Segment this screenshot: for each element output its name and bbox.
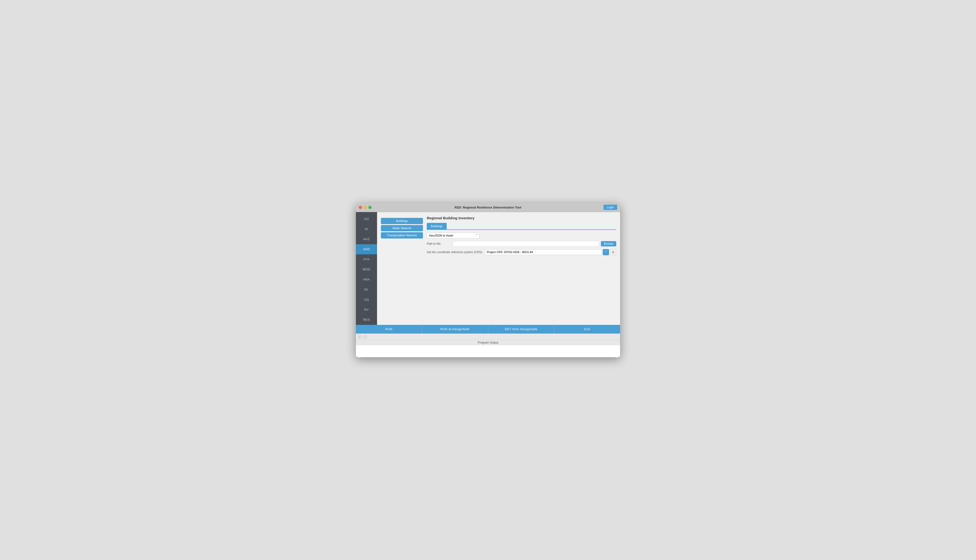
app-body: VIZ GI HAZ ASD HTA MOD ANA <box>356 212 620 357</box>
copy-icon: ⎘ <box>612 250 614 254</box>
crs-row: Set the coordinate reference system (CRS… <box>427 249 616 255</box>
bottom-bar: RUN RUN at DesignSafe GET from DesignSaf… <box>356 325 620 333</box>
sidebar-item-haz[interactable]: HAZ <box>356 234 377 244</box>
transportation-network-button[interactable]: Transportation Network <box>381 232 423 238</box>
path-row: Path to file: Browse <box>427 241 616 247</box>
path-label: Path to file: <box>427 242 451 245</box>
traffic-lights <box>359 206 371 209</box>
program-output-label: Program Output <box>356 340 620 345</box>
program-output-area <box>356 345 620 357</box>
crs-copy-button[interactable]: ⎘ <box>610 249 616 255</box>
maximize-button[interactable] <box>368 206 371 209</box>
minimize-button[interactable] <box>364 206 367 209</box>
get-designsafe-button[interactable]: GET from DesignSafe <box>488 325 554 333</box>
status-icon-2[interactable]: ○ <box>363 335 367 338</box>
dropdown-wrapper: GeoJSON to Asset CSV to Asset SHP to Ass… <box>427 233 480 238</box>
run-button[interactable]: RUN <box>356 325 422 333</box>
sidebar-item-mod[interactable]: MOD <box>356 264 377 275</box>
crs-input-wrapper: ⌃ ⎘ <box>485 249 616 255</box>
left-panel: Buildings Water Network Transportation N… <box>381 216 423 321</box>
sidebar-item-uq[interactable]: UQ <box>356 295 377 305</box>
dropdown-row: GeoJSON to Asset CSV to Asset SHP to Ass… <box>427 233 616 238</box>
sidebar: VIZ GI HAZ ASD HTA MOD ANA <box>356 212 377 325</box>
exit-button[interactable]: Exit <box>554 325 620 333</box>
sidebar-item-ana[interactable]: ANA <box>356 275 377 285</box>
run-designsafe-button[interactable]: RUN at DesignSafe <box>422 325 488 333</box>
close-button[interactable] <box>359 206 362 209</box>
login-button[interactable]: Login <box>603 205 617 210</box>
browse-button[interactable]: Browse <box>601 241 616 247</box>
sidebar-item-dl[interactable]: DL <box>356 285 377 295</box>
crs-select-button[interactable]: ⌃ <box>603 249 609 255</box>
section-title: Regional Building Inventory <box>427 216 616 220</box>
tab-buildings[interactable]: Buildings <box>427 223 447 229</box>
content-area: Buildings Water Network Transportation N… <box>377 212 620 325</box>
path-input[interactable] <box>453 241 599 247</box>
sidebar-item-asd[interactable]: ASD <box>356 244 377 254</box>
content-top: Buildings Water Network Transportation N… <box>381 216 616 321</box>
sidebar-item-res[interactable]: RES <box>356 315 377 325</box>
app-window: R2D: Regional Resilience Determination T… <box>356 203 620 357</box>
titlebar: R2D: Regional Resilience Determination T… <box>356 203 620 212</box>
sidebar-item-gi[interactable]: GI <box>356 224 377 234</box>
titlebar-right: Login <box>603 205 617 210</box>
crs-input[interactable] <box>485 249 602 255</box>
status-bar: × ○ <box>356 333 620 340</box>
app-title: R2D: Regional Resilience Determination T… <box>455 206 521 209</box>
main-area: VIZ GI HAZ ASD HTA MOD ANA <box>356 212 620 325</box>
water-network-button[interactable]: Water Network <box>381 225 423 231</box>
buildings-button[interactable]: Buildings <box>381 218 423 224</box>
sidebar-item-hta[interactable]: HTA <box>356 254 377 264</box>
geojson-select[interactable]: GeoJSON to Asset CSV to Asset SHP to Ass… <box>427 233 480 238</box>
crs-label: Set the coordinate reference system (CRS… <box>427 250 483 254</box>
status-icon-1[interactable]: × <box>358 335 362 338</box>
sidebar-item-viz[interactable]: VIZ <box>356 214 377 224</box>
sidebar-item-rv[interactable]: RV <box>356 305 377 315</box>
tab-row: Buildings <box>427 223 616 230</box>
main-panel: Regional Building Inventory Buildings Ge… <box>423 216 616 321</box>
crs-select-icon: ⌃ <box>605 250 607 254</box>
